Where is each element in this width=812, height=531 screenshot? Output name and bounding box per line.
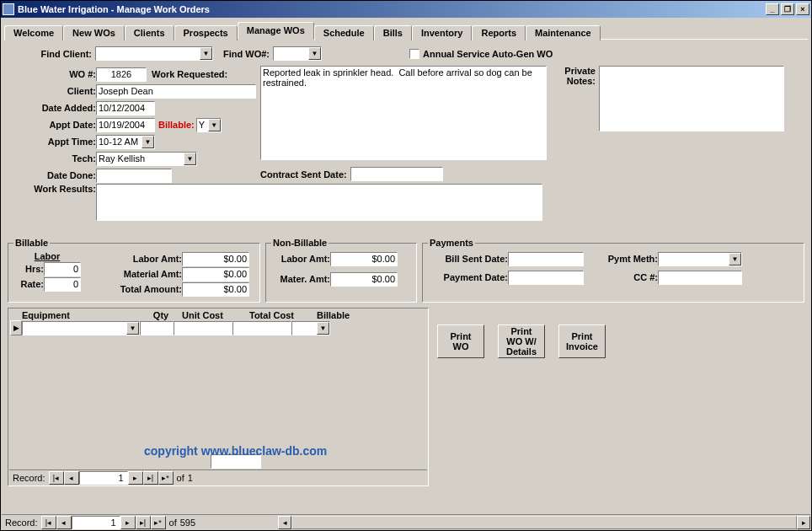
col-equipment: Equipment xyxy=(22,310,140,320)
nb-labor-amt-field[interactable] xyxy=(330,252,398,266)
col-qty: Qty xyxy=(140,310,182,320)
work-requested-textarea[interactable]: Reported leak in sprinkler head. Call be… xyxy=(260,66,547,160)
work-results-textarea[interactable] xyxy=(96,184,542,221)
nav-first-icon[interactable]: |◂ xyxy=(41,516,56,529)
hrs-field[interactable] xyxy=(44,262,81,276)
find-client-input[interactable] xyxy=(95,46,213,61)
contract-sent-field[interactable] xyxy=(350,167,443,181)
wo-num-label: WO #: xyxy=(8,69,96,79)
chevron-down-icon[interactable]: ▼ xyxy=(317,322,329,335)
of-label-inner: of xyxy=(174,473,188,483)
tab-maintenance[interactable]: Maintenance xyxy=(526,25,601,40)
private-notes-textarea[interactable] xyxy=(599,66,784,131)
equipment-field[interactable] xyxy=(22,321,140,335)
nav-prev-icon[interactable]: ◂ xyxy=(64,471,79,485)
chevron-down-icon[interactable]: ▼ xyxy=(208,119,221,131)
chevron-down-icon[interactable]: ▼ xyxy=(729,253,741,266)
print-wo-button[interactable]: Print WO xyxy=(437,324,484,358)
record-pos-inner[interactable]: 1 xyxy=(79,471,128,485)
tab-reports[interactable]: Reports xyxy=(472,25,526,40)
restore-button[interactable]: ❐ xyxy=(781,3,794,15)
scroll-left-icon[interactable]: ◂ xyxy=(278,516,291,529)
billable-combo[interactable]: ▼ xyxy=(196,118,222,132)
annual-service-checkbox[interactable] xyxy=(409,49,419,59)
bill-sent-field[interactable] xyxy=(508,252,584,266)
labor-header: Labor xyxy=(13,251,81,261)
labor-amt-field[interactable] xyxy=(182,252,249,266)
nonbillable-legend: Non-Billable xyxy=(271,238,329,248)
tab-inventory[interactable]: Inventory xyxy=(412,25,473,40)
chevron-down-icon[interactable]: ▼ xyxy=(200,47,212,60)
row-billable-combo[interactable]: ▼ xyxy=(291,321,330,335)
tab-manage-wos[interactable]: Manage WOs xyxy=(238,22,314,40)
chevron-down-icon[interactable]: ▼ xyxy=(308,47,321,60)
chevron-down-icon[interactable]: ▼ xyxy=(126,322,139,335)
private-notes-label: PrivateNotes: xyxy=(555,66,596,131)
tab-new-wos[interactable]: New WOs xyxy=(63,25,125,40)
date-done-field[interactable] xyxy=(96,169,172,183)
app-icon xyxy=(3,3,14,15)
find-client-combo[interactable]: ▼ xyxy=(95,46,213,61)
wo-num-field[interactable] xyxy=(96,67,147,82)
row-selector-icon[interactable]: ▶ xyxy=(10,320,22,335)
minimize-button[interactable]: _ xyxy=(766,3,779,15)
nav-last-icon[interactable]: ▸| xyxy=(143,471,158,485)
nav-prev-icon[interactable]: ◂ xyxy=(56,516,72,529)
total-cost-field[interactable] xyxy=(232,321,291,335)
print-invoice-button[interactable]: Print Invoice xyxy=(558,324,606,358)
scroll-right-icon[interactable]: ▸ xyxy=(797,516,810,529)
col-unit-cost: Unit Cost xyxy=(182,310,249,320)
tech-field[interactable] xyxy=(96,152,197,166)
nb-labor-amt-label: Labor Amt: xyxy=(271,254,330,264)
equipment-subform: Equipment Qty Unit Cost Total Cost Billa… xyxy=(8,308,429,486)
print-wo-details-button[interactable]: Print WO W/ Details xyxy=(498,324,545,358)
pymt-meth-combo[interactable]: ▼ xyxy=(658,252,742,266)
tech-label: Tech: xyxy=(8,153,96,164)
nonbillable-group: Non-Billable Labor Amt: Mater. Amt: xyxy=(265,238,417,303)
tab-prospects[interactable]: Prospects xyxy=(174,25,238,40)
find-wo-label: Find WO#: xyxy=(223,49,270,59)
tab-clients[interactable]: Clients xyxy=(125,25,174,40)
appt-time-combo[interactable]: ▼ xyxy=(96,135,155,149)
hscrollbar[interactable] xyxy=(291,516,797,529)
annual-service-label: Annual Service Auto-Gen WO xyxy=(423,49,553,59)
nav-last-icon[interactable]: ▸| xyxy=(136,516,151,529)
date-added-label: Date Added: xyxy=(8,103,96,113)
cc-label: CC #: xyxy=(590,272,658,282)
unit-cost-field[interactable] xyxy=(174,321,232,335)
nav-new-icon[interactable]: ▸* xyxy=(151,516,166,529)
appt-date-label: Appt Date: xyxy=(8,120,96,130)
date-added-field[interactable] xyxy=(96,101,155,115)
equipment-combo[interactable]: ▼ xyxy=(22,321,140,335)
find-wo-combo[interactable]: ▼ xyxy=(273,46,322,61)
chevron-down-icon[interactable]: ▼ xyxy=(184,153,196,165)
rate-field[interactable] xyxy=(44,277,81,292)
cc-field[interactable] xyxy=(658,271,742,285)
tab-welcome[interactable]: Welcome xyxy=(4,25,63,40)
find-client-label: Find Client: xyxy=(8,49,92,59)
tab-schedule[interactable]: Schedule xyxy=(314,25,374,40)
tab-bills[interactable]: Bills xyxy=(374,25,412,40)
total-amt-field[interactable] xyxy=(182,282,249,297)
material-amt-label: Material Amt: xyxy=(98,269,182,279)
chevron-down-icon[interactable]: ▼ xyxy=(142,136,154,148)
hrs-label: Hrs: xyxy=(13,264,44,274)
payment-date-label: Payment Date: xyxy=(428,272,508,282)
appt-date-field[interactable] xyxy=(96,118,155,132)
contract-sent-label: Contract Sent Date: xyxy=(260,169,347,180)
material-amt-field[interactable] xyxy=(182,267,249,282)
billable-legend: Billable xyxy=(13,238,50,248)
close-button[interactable]: × xyxy=(796,3,809,15)
nav-next-icon[interactable]: ▸ xyxy=(120,516,136,529)
qty-field[interactable] xyxy=(140,321,174,335)
record-nav-outer: Record: |◂ ◂ 1 ▸ ▸| ▸* of 595 ◂ ▸ xyxy=(2,514,810,529)
nb-mater-amt-field[interactable] xyxy=(330,272,398,287)
record-pos-outer[interactable]: 1 xyxy=(72,516,120,529)
nav-new-icon[interactable]: ▸* xyxy=(158,471,174,485)
nav-next-icon[interactable]: ▸ xyxy=(128,471,143,485)
payment-date-field[interactable] xyxy=(508,271,584,285)
appt-time-label: Appt Time: xyxy=(8,137,96,147)
nav-first-icon[interactable]: |◂ xyxy=(49,471,64,485)
client-field[interactable] xyxy=(96,84,256,99)
tech-combo[interactable]: ▼ xyxy=(96,152,197,166)
